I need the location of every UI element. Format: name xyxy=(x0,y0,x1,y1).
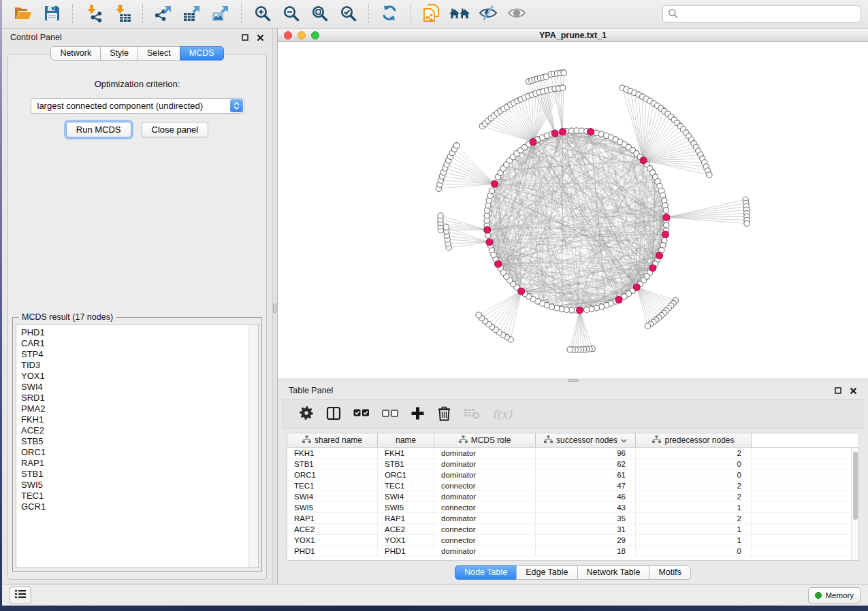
network-node[interactable] xyxy=(476,312,481,318)
list-item[interactable]: SWI5 xyxy=(21,480,258,491)
list-item[interactable]: STB1 xyxy=(21,469,258,480)
table-row[interactable]: ORC1ORC1dominator610 xyxy=(287,469,858,480)
network-node[interactable] xyxy=(561,70,566,76)
tab-network[interactable]: Network xyxy=(50,46,101,61)
table-row[interactable]: YOX1YOX1connector291 xyxy=(287,535,858,546)
list-item[interactable]: PMA2 xyxy=(21,403,258,414)
splitter-handle[interactable] xyxy=(273,303,276,313)
network-node[interactable] xyxy=(489,188,494,193)
network-node[interactable] xyxy=(438,213,443,218)
list-item[interactable]: TID3 xyxy=(21,360,258,371)
list-item[interactable]: ORC1 xyxy=(21,447,258,458)
save-button[interactable] xyxy=(41,3,63,25)
list-item[interactable]: SRD1 xyxy=(21,393,258,403)
tab-edge-table[interactable]: Edge Table xyxy=(516,565,577,580)
list-item[interactable]: YOX1 xyxy=(21,371,258,382)
close-panel-icon[interactable] xyxy=(849,386,857,395)
memory-button[interactable]: Memory xyxy=(808,587,861,604)
add-button[interactable] xyxy=(411,406,425,423)
scrollbar-thumb[interactable] xyxy=(853,452,858,520)
network-node[interactable] xyxy=(663,208,669,213)
tab-mcds[interactable]: MCDS xyxy=(180,46,224,61)
table-row[interactable]: PHD1PHD1dominator180 xyxy=(287,546,858,557)
mcds-hub-node[interactable] xyxy=(588,129,594,135)
network-node[interactable] xyxy=(622,294,627,299)
float-panel-icon[interactable] xyxy=(834,386,842,395)
list-item[interactable]: FKH1 xyxy=(21,414,258,425)
float-panel-icon[interactable] xyxy=(241,33,249,42)
column-header-name[interactable]: name xyxy=(378,433,434,447)
open-file-button[interactable] xyxy=(12,3,34,25)
network-node[interactable] xyxy=(584,307,590,312)
splitter-handle[interactable] xyxy=(568,379,579,382)
run-mcds-button[interactable]: Run MCDS xyxy=(66,122,131,137)
network-view[interactable] xyxy=(278,42,868,378)
vertical-splitter[interactable] xyxy=(272,29,277,584)
tab-node-table[interactable]: Node Table xyxy=(455,565,517,580)
table-row[interactable]: STB1STB1dominator620 xyxy=(287,459,858,469)
mcds-hub-node[interactable] xyxy=(640,157,647,164)
refresh-button[interactable] xyxy=(379,3,400,25)
table-row[interactable]: SWI5SWI5connector431 xyxy=(287,502,858,513)
houses-button[interactable] xyxy=(449,3,470,25)
eye-slash-button[interactable] xyxy=(477,3,499,25)
list-item[interactable]: SWI4 xyxy=(21,382,258,393)
network-node[interactable] xyxy=(443,225,449,230)
column-header-mcds-role[interactable]: MCDS role xyxy=(434,433,536,447)
mcds-hub-node[interactable] xyxy=(495,261,502,267)
list-item[interactable]: GCR1 xyxy=(21,501,258,512)
mcds-hub-node[interactable] xyxy=(663,214,670,221)
list-item[interactable]: STP4 xyxy=(21,349,258,360)
network-node[interactable] xyxy=(560,85,565,90)
tab-network-table[interactable]: Network Table xyxy=(577,565,650,580)
zoom-out-button[interactable] xyxy=(280,3,302,25)
delete-button[interactable] xyxy=(437,406,451,423)
table-row[interactable]: TEC1TEC1connector472 xyxy=(287,480,858,491)
network-node[interactable] xyxy=(567,347,573,352)
columns-button[interactable] xyxy=(326,406,341,423)
import-table-button[interactable] xyxy=(111,3,133,25)
tab-motifs[interactable]: Motifs xyxy=(649,565,690,580)
mcds-hub-node[interactable] xyxy=(577,307,583,314)
close-panel-icon[interactable] xyxy=(256,33,264,42)
column-header-successor-nodes[interactable]: successor nodes xyxy=(536,433,636,447)
export-network-button[interactable] xyxy=(152,3,174,25)
list-item[interactable]: TEC1 xyxy=(21,491,258,501)
column-header-predecessor-nodes[interactable]: predecessor nodes xyxy=(636,433,752,447)
zoom-selected-button[interactable] xyxy=(337,3,359,25)
mcds-hub-node[interactable] xyxy=(492,180,498,187)
tab-style[interactable]: Style xyxy=(100,46,138,61)
network-node[interactable] xyxy=(645,323,650,329)
network-node[interactable] xyxy=(453,143,459,148)
mcds-hub-node[interactable] xyxy=(560,129,566,135)
table-row[interactable]: SWI4SWI4dominator462 xyxy=(287,491,858,502)
search-box[interactable] xyxy=(662,5,861,22)
mcds-hub-node[interactable] xyxy=(615,297,622,303)
mcds-hub-node[interactable] xyxy=(633,284,640,291)
close-panel-button[interactable]: Close panel xyxy=(142,122,209,137)
mcds-hub-node[interactable] xyxy=(530,139,536,146)
deselect-all-button[interactable] xyxy=(382,410,398,419)
export-table-button[interactable] xyxy=(181,3,203,25)
optimization-criterion-select[interactable]: largest connected component (undirected) xyxy=(31,98,244,114)
select-all-button[interactable] xyxy=(353,409,370,419)
list-item[interactable]: ACE2 xyxy=(21,425,258,436)
import-network-button[interactable] xyxy=(82,3,104,25)
table-scrollbar[interactable] xyxy=(851,448,858,560)
mcds-hub-node[interactable] xyxy=(551,130,558,137)
mcds-hub-node[interactable] xyxy=(486,239,493,246)
mcds-result-list[interactable]: PHD1CAR1STP4TID3YOX1SWI4SRD1PMA2FKH1ACE2… xyxy=(16,324,259,568)
mcds-hub-node[interactable] xyxy=(518,288,525,295)
list-item[interactable]: PHD1 xyxy=(21,327,258,338)
list-item[interactable]: STB5 xyxy=(21,436,258,447)
list-item[interactable]: CAR1 xyxy=(21,338,258,349)
network-node[interactable] xyxy=(744,220,750,226)
mcds-hub-node[interactable] xyxy=(649,265,656,271)
list-item[interactable]: RAP1 xyxy=(21,458,258,469)
search-input[interactable] xyxy=(678,7,861,22)
mcds-hub-node[interactable] xyxy=(662,231,669,238)
show-panels-button[interactable] xyxy=(10,587,31,604)
column-header-shared-name[interactable]: shared name xyxy=(287,433,378,447)
table-row[interactable]: FKH1FKH1dominator962 xyxy=(287,448,858,459)
mcds-hub-node[interactable] xyxy=(656,252,663,259)
